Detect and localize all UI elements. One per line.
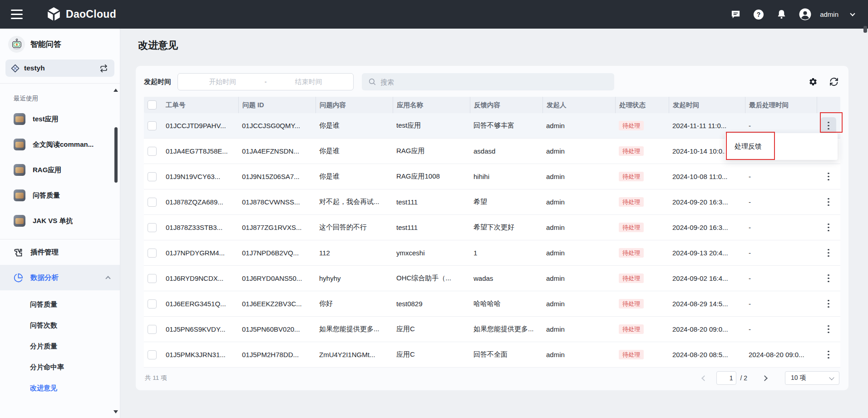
row-checkbox[interactable] [148, 299, 157, 309]
row-checkbox[interactable] [148, 172, 157, 181]
cell-last-time: - [745, 122, 817, 129]
sidebar-item-app-rag[interactable]: RAG应用 [0, 157, 120, 183]
pie-chart-icon [14, 273, 23, 283]
kebab-menu-icon[interactable] [821, 270, 836, 287]
cell-question-id: 01J9N15Z06SA7... [238, 173, 316, 180]
next-page-chevron-icon[interactable] [762, 375, 768, 381]
row-checkbox[interactable] [148, 249, 157, 258]
kebab-menu-icon[interactable] [821, 117, 836, 134]
sidebar-item-app-fulltext[interactable]: 全文阅读comman... [0, 132, 120, 157]
cell-last-time: - [745, 300, 817, 308]
table-row: 01J878Z33STB3... 01J877ZG1RVXS... 这个回答的不… [144, 215, 840, 240]
row-checkbox[interactable] [148, 350, 157, 359]
row-checkbox[interactable] [148, 147, 157, 156]
row-checkbox[interactable] [148, 274, 157, 283]
cell-last-time: 2024-08-20 09:0... [745, 351, 817, 358]
cell-actions [817, 168, 840, 185]
column-header-feedback[interactable]: 反馈内容 [470, 97, 542, 113]
cell-initiator: admin [542, 224, 615, 231]
menu-item-handle-feedback[interactable]: 处理反馈 [735, 142, 762, 151]
column-header-initiator[interactable]: 发起人 [542, 97, 615, 113]
table-row: 01J9N19VCY63... 01J9N15Z06SA7... 你是谁 RAG… [144, 164, 840, 189]
page-size-select[interactable]: 10 项 [785, 371, 839, 385]
end-date-input[interactable]: 结束时间 [268, 78, 349, 86]
cell-last-time: - [745, 198, 817, 206]
date-range-separator: - [263, 78, 269, 85]
cell-question: hyhyhy [316, 274, 393, 282]
kebab-menu-icon[interactable] [821, 295, 836, 313]
column-header-app[interactable]: 应用名称 [393, 97, 470, 113]
menu-icon[interactable] [11, 10, 23, 19]
cell-question: 你是谁 [316, 172, 393, 181]
workspace-switcher[interactable]: testyh [5, 60, 114, 77]
recent-app-list: test应用 全文阅读comman... RAG应用 问答质量 JAK VS 单… [0, 106, 120, 234]
cell-actions [817, 219, 840, 236]
prev-page-chevron-icon[interactable] [702, 375, 708, 381]
feedback-chat-icon[interactable] [730, 9, 741, 20]
status-badge: 待处理 [619, 350, 644, 359]
workspace-swap-icon[interactable] [99, 64, 108, 73]
sidebar-item-app-test[interactable]: test应用 [0, 106, 120, 132]
cell-feedback: 回答不够丰富 [470, 121, 542, 130]
sidebar-scroll-up-arrow[interactable] [113, 89, 118, 92]
product-label: 智能问答 [30, 39, 61, 50]
kebab-menu-icon[interactable] [821, 346, 836, 363]
help-icon[interactable]: ? [753, 9, 764, 20]
top-navbar: DaoCloud ? admin [0, 0, 868, 29]
app-thumbnail [14, 215, 25, 227]
date-range-picker[interactable]: 开始时间 - 结束时间 [178, 73, 354, 90]
cell-status: 待处理 [615, 299, 669, 309]
cell-last-time: - [745, 173, 817, 180]
sidebar-scrollbar-thumb[interactable] [114, 127, 118, 183]
kebab-menu-icon[interactable] [821, 219, 836, 236]
column-header-start-time[interactable]: 发起时间 [669, 97, 745, 113]
row-context-menu: 处理反馈 [725, 133, 838, 160]
kebab-menu-icon[interactable] [821, 194, 836, 211]
sidebar-item-app-qaquality[interactable]: 问答质量 [0, 183, 120, 208]
app-thumbnail [14, 139, 25, 150]
sidebar-subitem-chunk-quality[interactable]: 分片质量 [0, 336, 120, 357]
row-checkbox[interactable] [148, 121, 157, 130]
workspace-gem-icon [11, 64, 20, 73]
column-header-question-id[interactable]: 问题 ID [238, 97, 316, 113]
sidebar-subitem-qa-count[interactable]: 问答次数 [0, 315, 120, 336]
column-header-status[interactable]: 处理状态 [615, 97, 669, 113]
sidebar-subitem-qa-quality[interactable]: 问答质量 [0, 294, 120, 315]
column-header-last-time[interactable]: 最后处理时间 [745, 97, 817, 113]
notifications-bell-icon[interactable] [776, 9, 787, 20]
select-all-checkbox[interactable] [148, 100, 157, 109]
sidebar-subitem-chunk-hitrate[interactable]: 分片命中率 [0, 357, 120, 378]
row-checkbox[interactable] [148, 198, 157, 207]
page-scrollbar-thumb[interactable] [863, 26, 867, 33]
brand: DaoCloud [46, 7, 116, 22]
sidebar-subitem-improvement[interactable]: 改进意见 [0, 378, 120, 398]
page-number-input[interactable] [716, 371, 736, 385]
cell-actions [817, 346, 840, 363]
sidebar-scroll-down-arrow[interactable] [113, 410, 118, 413]
user-avatar[interactable] [799, 8, 811, 20]
sidebar-item-app-jak[interactable]: JAK VS 单抗 [0, 208, 120, 234]
sidebar-item-plugins[interactable]: 插件管理 [0, 239, 120, 265]
cell-app: OHC综合助手（... [393, 274, 470, 283]
table-row: 01J878ZQZA689... 01J878CVWNSS... 对不起，我会再… [144, 189, 840, 215]
user-menu-chevron-down-icon[interactable] [850, 11, 855, 16]
row-checkbox[interactable] [148, 223, 157, 232]
kebab-menu-icon[interactable] [821, 168, 836, 185]
search-box[interactable] [362, 73, 614, 90]
app-thumbnail [14, 113, 25, 125]
sidebar-item-data-analysis[interactable]: 数据分析 [0, 265, 120, 290]
column-settings-gear-icon[interactable] [809, 77, 818, 86]
search-input[interactable] [380, 78, 608, 86]
start-date-input[interactable]: 开始时间 [182, 78, 263, 86]
refresh-icon[interactable] [829, 77, 838, 86]
column-header-ticket[interactable]: 工单号 [162, 101, 238, 109]
cell-actions [817, 194, 840, 211]
cell-status: 待处理 [615, 172, 669, 181]
cell-last-time: - [745, 249, 817, 257]
row-checkbox[interactable] [148, 325, 157, 334]
column-header-question[interactable]: 问题内容 [316, 97, 393, 113]
cell-start-time: 2024-10-08 11:0... [669, 173, 745, 180]
chevron-down-icon [829, 375, 834, 380]
kebab-menu-icon[interactable] [821, 321, 836, 338]
kebab-menu-icon[interactable] [821, 244, 836, 262]
